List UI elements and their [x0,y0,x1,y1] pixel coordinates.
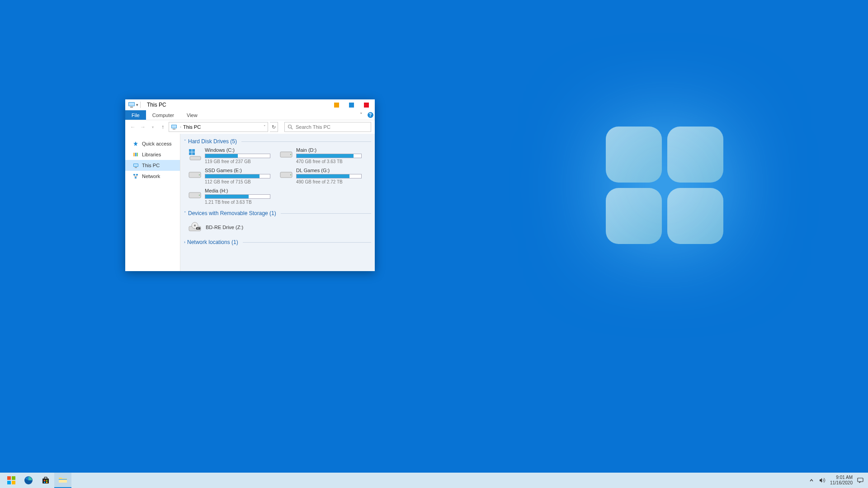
sidebar-item-quick-access[interactable]: Quick access [125,138,180,149]
clock-date: 11/16/2020 [830,480,853,486]
close-button[interactable] [364,103,369,108]
address-bar[interactable]: › This PC ˅ [169,122,268,132]
clock-time: 9:01 AM [830,475,853,480]
section-network-locations[interactable]: › Network locations (1) [184,236,371,246]
action-center-icon[interactable] [857,477,863,483]
svg-rect-40 [7,476,11,480]
start-button[interactable] [3,473,20,488]
svg-point-28 [290,154,291,155]
hard-drive-icon [279,147,293,162]
file-explorer-window: ▾ This PC File Computer View ˅ ? ← → ▾ ↑… [125,99,375,271]
drive-item[interactable]: Main (D:)470 GB free of 3.63 TB [279,147,365,164]
svg-rect-21 [135,177,137,178]
svg-rect-17 [134,164,138,166]
svg-rect-41 [12,476,15,480]
drive-item-optical[interactable]: BD BD-RE Drive (Z:) [184,217,371,236]
monitor-icon [171,124,177,130]
refresh-button[interactable]: ↻ [270,122,278,132]
search-icon [288,124,293,130]
svg-rect-49 [44,482,45,483]
svg-rect-50 [46,482,47,483]
taskbar-app-edge[interactable] [20,473,37,488]
sidebar-item-label: This PC [142,163,160,168]
ribbon: File Computer View ˅ ? [125,110,375,120]
maximize-button[interactable] [349,103,354,108]
drive-free-text: 490 GB free of 2.72 TB [296,179,365,184]
section-removable-storage[interactable]: ˅ Devices with Removable Storage (1) [184,207,371,217]
svg-point-32 [290,174,291,175]
svg-text:BD: BD [197,227,200,230]
drive-item[interactable]: DL Games (G:)490 GB free of 2.72 TB [279,168,365,184]
drive-name: Windows (C:) [205,147,274,153]
search-input[interactable] [296,124,368,130]
svg-rect-26 [190,156,201,160]
sidebar-item-network[interactable]: Network [125,171,180,182]
section-title: Devices with Removable Storage (1) [188,210,276,216]
svg-line-11 [291,128,292,129]
svg-rect-13 [133,153,135,156]
volume-icon[interactable] [819,477,826,483]
system-tray: 9:01 AM 11/16/2020 [808,475,865,486]
svg-rect-5 [129,103,134,106]
storage-bar [205,194,270,199]
libraries-icon [132,151,139,158]
hard-drive-icon [188,188,202,202]
svg-rect-23 [192,149,195,152]
svg-rect-43 [12,481,15,484]
taskbar-app-file-explorer[interactable] [54,473,71,488]
drive-name: SSD Games (E:) [205,168,274,173]
tab-view[interactable]: View [180,110,204,120]
address-dropdown-icon[interactable]: ˅ [264,125,266,129]
breadcrumb[interactable]: This PC [183,124,201,130]
forward-button[interactable]: → [139,122,147,131]
svg-marker-12 [133,141,138,146]
window-title: This PC [147,102,166,108]
sidebar-item-label: Network [142,174,160,179]
drive-item[interactable]: Windows (C:)119 GB free of 237 GB [188,147,274,164]
recent-dropdown-icon[interactable]: ▾ [149,122,157,131]
drive-free-text: 112 GB free of 715 GB [205,179,274,184]
qat-dropdown-icon[interactable]: ▾ [136,103,138,107]
svg-rect-0 [606,127,662,183]
chevron-right-icon: › [184,240,185,244]
taskbar-app-store[interactable] [37,473,54,488]
ribbon-collapse-icon[interactable]: ˅ [357,110,366,120]
help-button[interactable]: ? [366,110,375,120]
star-icon [132,141,139,147]
taskbar-clock[interactable]: 9:01 AM 11/16/2020 [830,475,853,486]
sidebar-item-libraries[interactable]: Libraries [125,149,180,160]
section-title: Network locations (1) [187,239,238,245]
svg-rect-18 [135,167,137,168]
sidebar-item-label: Libraries [142,152,161,157]
drive-item[interactable]: SSD Games (E:)112 GB free of 715 GB [188,168,274,184]
tab-file[interactable]: File [125,110,146,120]
svg-rect-14 [135,153,137,156]
drive-free-text: 119 GB free of 237 GB [205,159,274,164]
taskbar: 9:01 AM 11/16/2020 [0,473,868,488]
sidebar-item-this-pc[interactable]: This PC [125,160,180,171]
section-hard-disk-drives[interactable]: ˅ Hard Disk Drives (5) [184,136,371,145]
up-button[interactable]: ↑ [159,122,167,131]
tray-overflow-icon[interactable] [808,477,815,483]
back-button[interactable]: ← [129,122,137,131]
search-box[interactable] [284,122,371,132]
sidebar-item-label: Quick access [142,141,171,146]
nav-toolbar: ← → ▾ ↑ › This PC ˅ ↻ [125,120,375,134]
svg-rect-46 [44,477,47,479]
titlebar[interactable]: ▾ This PC [125,99,375,110]
svg-rect-6 [130,107,133,108]
drive-item[interactable]: Media (H:)1.21 TB free of 3.63 TB [188,188,274,205]
storage-bar [205,154,270,158]
svg-rect-9 [173,129,175,130]
svg-point-10 [288,125,292,128]
tab-computer[interactable]: Computer [146,110,180,120]
minimize-button[interactable] [334,103,339,108]
navigation-pane: Quick access Libraries This PC Network [125,134,180,271]
hard-drive-icon [188,168,202,182]
svg-rect-22 [189,149,192,152]
svg-rect-19 [133,174,135,175]
hard-drive-icon [279,168,293,182]
chevron-down-icon: ˅ [184,139,186,144]
svg-rect-3 [667,188,723,244]
svg-rect-15 [137,153,138,156]
